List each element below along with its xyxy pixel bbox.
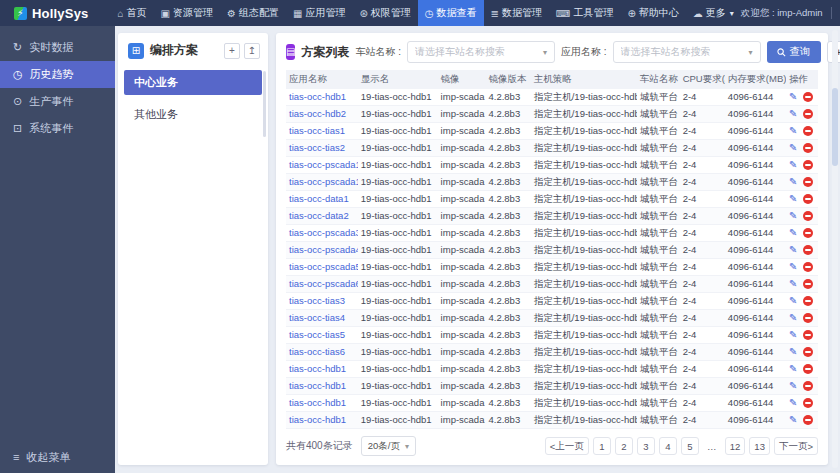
- disable-icon[interactable]: [803, 160, 813, 170]
- edit-icon[interactable]: ✎: [789, 208, 797, 224]
- sidebar-item[interactable]: ⊙ 生产事件: [0, 88, 115, 115]
- disable-icon[interactable]: [803, 143, 813, 153]
- image-cell: imp-scada: [438, 157, 486, 174]
- sidebar-item[interactable]: ↻ 实时数据: [0, 34, 115, 61]
- disable-icon[interactable]: [803, 211, 813, 221]
- edit-icon[interactable]: ✎: [789, 395, 797, 411]
- disable-icon[interactable]: [803, 228, 813, 238]
- app-name-link[interactable]: tias-occ-tias2: [289, 142, 345, 153]
- app-name-link[interactable]: tias-occ-hdb1: [289, 397, 346, 408]
- disable-icon[interactable]: [803, 92, 813, 102]
- sidebar-item[interactable]: ⊡ 系统事件: [0, 115, 115, 142]
- app-name-link[interactable]: tias-occ-tias5: [289, 329, 345, 340]
- app-name-link[interactable]: tias-occ-tias4: [289, 312, 345, 323]
- disable-icon[interactable]: [803, 126, 813, 136]
- topnav-item[interactable]: ▣ 资源管理: [154, 0, 220, 26]
- disable-icon[interactable]: [803, 347, 813, 357]
- edit-icon[interactable]: ✎: [789, 140, 797, 156]
- app-name-link[interactable]: tias-occ-pscada6: [289, 278, 358, 289]
- app-name-link[interactable]: tias-occ-data2: [289, 210, 349, 221]
- collapse-menu-button[interactable]: ≡ 收起菜单: [0, 441, 115, 473]
- edit-icon[interactable]: ✎: [789, 242, 797, 258]
- app-name-link[interactable]: tias-occ-hdb1: [289, 414, 346, 425]
- edit-icon[interactable]: ✎: [789, 361, 797, 377]
- query-button[interactable]: 查询: [767, 41, 821, 63]
- topnav-item[interactable]: ≣ 数据管理: [484, 0, 549, 26]
- disable-icon[interactable]: [803, 194, 813, 204]
- disable-icon[interactable]: [803, 313, 813, 323]
- app-name-link[interactable]: tias-occ-pscada1: [289, 159, 358, 170]
- app-name-link[interactable]: tias-occ-data1: [289, 193, 349, 204]
- window-scrollbar-thumb[interactable]: [832, 88, 838, 166]
- edit-icon[interactable]: ✎: [789, 89, 797, 105]
- topnav-item[interactable]: ⚙ 组态配置: [220, 0, 286, 26]
- column-header: 镜像版本: [485, 70, 530, 89]
- page-button[interactable]: 13: [749, 437, 770, 455]
- edit-icon[interactable]: ✎: [789, 412, 797, 428]
- edit-icon[interactable]: ✎: [789, 157, 797, 173]
- station-select[interactable]: 请选择车站名称搜索 ▾: [407, 41, 555, 63]
- edit-icon[interactable]: ✎: [789, 276, 797, 292]
- topnav-item[interactable]: ⊛ 权限管理: [352, 0, 417, 26]
- disable-icon[interactable]: [803, 415, 813, 425]
- app-name-link[interactable]: tias-occ-hdb1: [289, 363, 346, 374]
- page-button[interactable]: 2: [615, 437, 633, 455]
- app-name-link[interactable]: tias-occ-hdb2: [289, 108, 346, 119]
- edit-icon[interactable]: ✎: [789, 259, 797, 275]
- cpu-cell: 2-4: [680, 293, 725, 310]
- disable-icon[interactable]: [803, 398, 813, 408]
- next-page-button[interactable]: 下一页>: [774, 437, 818, 455]
- edit-icon[interactable]: ✎: [789, 327, 797, 343]
- app-name-link[interactable]: tias-occ-hdb1: [289, 380, 346, 391]
- disable-icon[interactable]: [803, 381, 813, 391]
- topnav-item[interactable]: ☁ 更多 ▾: [686, 0, 741, 26]
- station-cell: 城轨平台: [637, 123, 680, 140]
- disable-icon[interactable]: [803, 279, 813, 289]
- search-icon: [777, 48, 786, 57]
- page-button[interactable]: 12: [725, 437, 746, 455]
- add-plan-button[interactable]: +: [224, 43, 240, 59]
- edit-icon[interactable]: ✎: [789, 123, 797, 139]
- edit-icon[interactable]: ✎: [789, 174, 797, 190]
- page-button[interactable]: 5: [681, 437, 699, 455]
- topnav-item[interactable]: ⊕ 帮助中心: [620, 0, 685, 26]
- app-name-link[interactable]: tias-occ-tias3: [289, 295, 345, 306]
- import-plan-button[interactable]: ↥: [244, 43, 260, 59]
- disable-icon[interactable]: [803, 262, 813, 272]
- page-size-select[interactable]: 20条/页 ▾: [361, 436, 416, 456]
- edit-icon[interactable]: ✎: [789, 293, 797, 309]
- disable-icon[interactable]: [803, 364, 813, 374]
- panel-scrollbar-thumb[interactable]: [263, 71, 266, 137]
- topnav-item[interactable]: ▦ 应用管理: [286, 0, 352, 26]
- app-name-link[interactable]: tias-occ-tias6: [289, 346, 345, 357]
- app-name-link[interactable]: tias-occ-pscada5: [289, 261, 358, 272]
- prev-page-button[interactable]: <上一页: [545, 437, 589, 455]
- disable-icon[interactable]: [803, 296, 813, 306]
- app-name-link[interactable]: tias-occ-tias1: [289, 125, 345, 136]
- image-cell: imp-scada: [438, 208, 486, 225]
- edit-icon[interactable]: ✎: [789, 310, 797, 326]
- disable-icon[interactable]: [803, 330, 813, 340]
- disable-icon[interactable]: [803, 109, 813, 119]
- edit-icon[interactable]: ✎: [789, 344, 797, 360]
- plan-item[interactable]: 中心业务: [124, 70, 262, 95]
- disable-icon[interactable]: [803, 245, 813, 255]
- page-button[interactable]: 1: [593, 437, 611, 455]
- plan-item[interactable]: 其他业务: [124, 102, 262, 127]
- edit-icon[interactable]: ✎: [789, 106, 797, 122]
- edit-icon[interactable]: ✎: [789, 191, 797, 207]
- app-name-link[interactable]: tias-occ-pscada3: [289, 227, 358, 238]
- page-button[interactable]: 3: [637, 437, 655, 455]
- disable-icon[interactable]: [803, 177, 813, 187]
- app-name-link[interactable]: tias-occ-pscada1: [289, 176, 358, 187]
- edit-icon[interactable]: ✎: [789, 378, 797, 394]
- sidebar-item[interactable]: ◷ 历史趋势: [0, 61, 115, 88]
- edit-icon[interactable]: ✎: [789, 225, 797, 241]
- page-button[interactable]: 4: [659, 437, 677, 455]
- app-name-link[interactable]: tias-occ-hdb1: [289, 91, 346, 102]
- topnav-item[interactable]: ⌨ 工具管理: [549, 0, 620, 26]
- app-select[interactable]: 请选择车站名称搜索 ▾: [613, 41, 761, 63]
- app-name-link[interactable]: tias-occ-pscada4: [289, 244, 358, 255]
- topnav-item[interactable]: ⌂ 首页: [111, 0, 154, 26]
- topnav-item[interactable]: ◷ 数据查看: [418, 0, 484, 26]
